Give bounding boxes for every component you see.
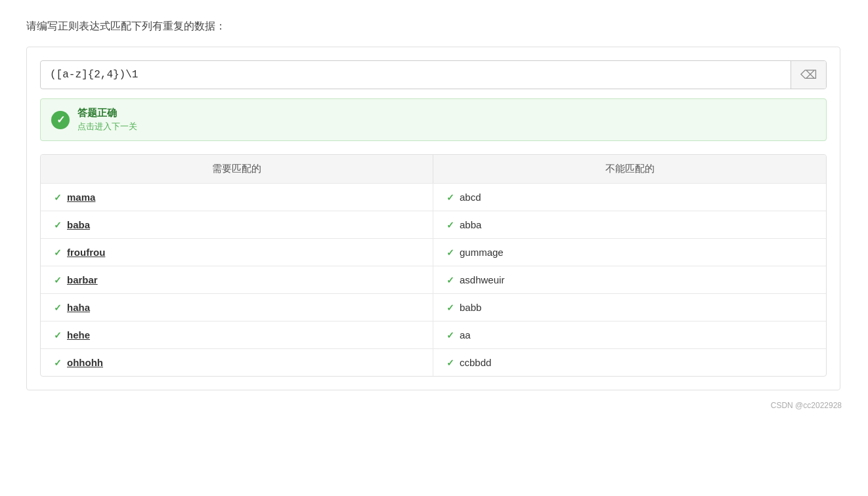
- col-header-no-match: 不能匹配的: [433, 155, 826, 183]
- check-icon: ✓: [54, 275, 62, 285]
- match-word: ohhohh: [67, 357, 103, 368]
- table-row: ✓ hehe ✓ aa: [41, 321, 826, 348]
- match-cell: ✓ ohhohh: [41, 349, 433, 376]
- check-icon: ✓: [54, 247, 62, 258]
- check-icon: ✓: [54, 358, 62, 368]
- table-header: 需要匹配的 不能匹配的: [41, 155, 826, 183]
- check-icon: ✓: [446, 275, 454, 285]
- no-match-cell: ✓ aa: [433, 321, 826, 348]
- no-match-cell: ✓ abba: [433, 211, 826, 238]
- table-row: ✓ froufrou ✓ gummage: [41, 238, 826, 266]
- success-text-block: 答题正确 点击进入下一关: [77, 107, 137, 133]
- next-level-link[interactable]: 点击进入下一关: [77, 121, 137, 133]
- page-title: 请编写正则表达式匹配下列有重复的数据：: [26, 20, 842, 33]
- check-icon: ✓: [54, 302, 62, 313]
- match-word: barbar: [67, 274, 98, 285]
- match-word: froufrou: [67, 247, 105, 258]
- match-word: baba: [67, 219, 90, 230]
- no-match-cell: ✓ abcd: [433, 184, 826, 211]
- check-icon: ✓: [54, 330, 62, 341]
- match-cell: ✓ haha: [41, 294, 433, 321]
- no-match-word: aa: [460, 329, 471, 341]
- footer: CSDN @cc2022928: [26, 401, 842, 410]
- no-match-word: gummage: [460, 247, 504, 258]
- col-header-match: 需要匹配的: [41, 155, 433, 183]
- no-match-cell: ✓ babb: [433, 294, 826, 321]
- no-match-word: abba: [460, 219, 481, 230]
- data-table: 需要匹配的 不能匹配的 ✓ mama ✓ abcd ✓ baba ✓ abba: [40, 154, 827, 377]
- table-row: ✓ mama ✓ abcd: [41, 183, 826, 211]
- check-icon: ✓: [446, 358, 454, 368]
- table-body: ✓ mama ✓ abcd ✓ baba ✓ abba ✓ froufrou ✓: [41, 183, 826, 376]
- check-icon: ✓: [446, 330, 454, 341]
- success-banner: 答题正确 点击进入下一关: [40, 98, 827, 141]
- success-title: 答题正确: [77, 107, 137, 119]
- match-cell: ✓ froufrou: [41, 239, 433, 266]
- table-row: ✓ ohhohh ✓ ccbbdd: [41, 348, 826, 376]
- check-icon: ✓: [54, 192, 62, 203]
- match-word: hehe: [67, 329, 90, 341]
- no-match-word: babb: [460, 302, 481, 313]
- match-cell: ✓ baba: [41, 211, 433, 238]
- no-match-word: asdhweuir: [460, 274, 504, 285]
- no-match-cell: ✓ ccbbdd: [433, 349, 826, 376]
- success-icon: [51, 111, 70, 129]
- match-cell: ✓ barbar: [41, 266, 433, 293]
- no-match-cell: ✓ asdhweuir: [433, 266, 826, 293]
- regex-input[interactable]: [41, 62, 791, 87]
- table-row: ✓ haha ✓ babb: [41, 293, 826, 321]
- main-card: ⌫ 答题正确 点击进入下一关 需要匹配的 不能匹配的 ✓ mama ✓ abcd…: [26, 47, 840, 390]
- no-match-word: ccbbdd: [460, 357, 491, 368]
- table-row: ✓ baba ✓ abba: [41, 211, 826, 238]
- check-icon: ✓: [446, 220, 454, 230]
- check-icon: ✓: [446, 192, 454, 203]
- match-cell: ✓ mama: [41, 184, 433, 211]
- table-row: ✓ barbar ✓ asdhweuir: [41, 266, 826, 293]
- no-match-word: abcd: [460, 192, 481, 203]
- check-icon: ✓: [446, 302, 454, 313]
- check-icon: ✓: [54, 220, 62, 230]
- match-word: haha: [67, 302, 90, 313]
- match-word: mama: [67, 192, 95, 203]
- check-icon: ✓: [446, 247, 454, 258]
- regex-input-row: ⌫: [40, 60, 827, 89]
- clear-button[interactable]: ⌫: [791, 61, 826, 89]
- no-match-cell: ✓ gummage: [433, 239, 826, 266]
- match-cell: ✓ hehe: [41, 321, 433, 348]
